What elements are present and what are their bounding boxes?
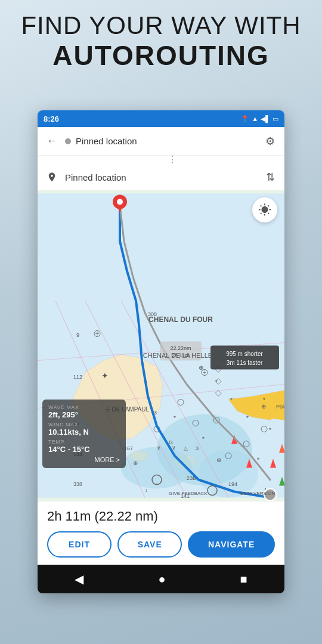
back-button[interactable]: ← bbox=[44, 133, 60, 150]
vertical-dots-icon: ⋮ bbox=[168, 155, 176, 165]
status-bar: 8:26 📍 ▲ ◀▌ ▭ bbox=[38, 110, 284, 127]
svg-text:*: * bbox=[174, 415, 176, 422]
temp-label: TEMP bbox=[48, 439, 120, 445]
route-dots-divider: ⋮ bbox=[38, 156, 284, 164]
svg-text:BETA VERSION: BETA VERSION bbox=[240, 491, 275, 496]
battery-status-icon: ▭ bbox=[273, 115, 278, 123]
android-home-button[interactable]: ● bbox=[158, 572, 165, 586]
signal-status-icon: ◀▌ bbox=[261, 115, 270, 123]
weather-panel: WAVE MAX 2ft, 295° WIND MAX 10.11kts, N … bbox=[42, 400, 126, 468]
swap-button[interactable]: ⇅ bbox=[262, 169, 278, 185]
svg-text:⊕: ⊕ bbox=[261, 403, 266, 410]
svg-text:Pointe de Corse: Pointe de Corse bbox=[276, 404, 284, 410]
phone-frame: 8:26 📍 ▲ ◀▌ ▭ ← Pinned location ⚙ ⋮ bbox=[38, 110, 284, 593]
origin-search-text[interactable]: Pinned location bbox=[76, 136, 262, 146]
nav-bar: ← Pinned location ⚙ ⋮ Pinned location ⇅ bbox=[38, 127, 284, 190]
back-icon: ← bbox=[47, 135, 57, 147]
navigate-button[interactable]: NAVIGATE bbox=[188, 531, 275, 558]
svg-text:*: * bbox=[230, 397, 233, 404]
svg-rect-68 bbox=[210, 346, 279, 370]
save-button[interactable]: SAVE bbox=[117, 531, 182, 558]
distance-text: 2h 11m (22.22 nm) bbox=[47, 509, 275, 524]
svg-text:CHENAL DE LA HELLE: CHENAL DE LA HELLE bbox=[143, 352, 212, 359]
status-icons: 📍 ▲ ◀▌ ▭ bbox=[241, 115, 278, 123]
origin-dot-icon bbox=[65, 138, 71, 144]
wifi-status-icon: ▲ bbox=[252, 115, 258, 122]
svg-text:⊕: ⊕ bbox=[216, 457, 221, 463]
map-area[interactable]: 9 308 112 52 144 338 167 3 G 230 141 194… bbox=[38, 190, 284, 501]
settings-icon: ⚙ bbox=[265, 135, 275, 148]
svg-text:↕: ↕ bbox=[145, 487, 148, 493]
android-back-button[interactable]: ◀ bbox=[75, 572, 83, 586]
wind-button[interactable] bbox=[252, 197, 277, 222]
svg-text:G: G bbox=[169, 439, 173, 445]
wave-value: 2ft, 295° bbox=[48, 410, 120, 419]
wind-value: 10.11kts, N bbox=[48, 428, 120, 436]
svg-text:⊻: ⊻ bbox=[157, 445, 161, 451]
settings-button[interactable]: ⚙ bbox=[262, 133, 278, 150]
svg-text:995 m shorter: 995 m shorter bbox=[226, 351, 263, 357]
swap-icon: ⇅ bbox=[266, 171, 275, 184]
search-row-origin: ← Pinned location ⚙ bbox=[38, 127, 284, 156]
svg-text:3m 11s faster: 3m 11s faster bbox=[227, 360, 263, 366]
action-buttons: EDIT SAVE NAVIGATE bbox=[47, 531, 275, 558]
temp-value: 14°C - 15°C bbox=[48, 445, 120, 454]
android-recent-button[interactable]: ■ bbox=[240, 572, 247, 586]
svg-text:22.22nm: 22.22nm bbox=[170, 345, 191, 351]
wave-label: WAVE MAX bbox=[48, 404, 120, 410]
hero-section: FIND YOUR WAY WITH AUTOROUTING bbox=[0, 12, 322, 72]
svg-text:⊕: ⊕ bbox=[199, 364, 203, 371]
more-link[interactable]: MORE > bbox=[48, 456, 120, 463]
svg-text:✦: ✦ bbox=[101, 371, 109, 380]
svg-text:*: * bbox=[257, 457, 259, 463]
svg-text:⊕: ⊕ bbox=[133, 460, 138, 466]
svg-text:CHENAL DU FOUR: CHENAL DU FOUR bbox=[148, 315, 213, 324]
svg-point-7 bbox=[121, 447, 193, 489]
svg-text:*: * bbox=[246, 415, 249, 422]
edit-button[interactable]: EDIT bbox=[47, 531, 112, 558]
svg-point-66 bbox=[117, 199, 123, 205]
hero-line1: FIND YOUR WAY WITH bbox=[0, 12, 322, 39]
bottom-panel: 2h 11m (22.22 nm) EDIT SAVE NAVIGATE bbox=[38, 501, 284, 565]
hero-line2: AUTOROUTING bbox=[0, 39, 322, 72]
svg-text:338: 338 bbox=[73, 481, 82, 487]
search-row-destination: Pinned location ⇅ bbox=[38, 164, 284, 190]
svg-text:3: 3 bbox=[196, 445, 199, 451]
svg-text:⊻: ⊻ bbox=[172, 445, 176, 451]
svg-text:GIVE FEEDBACK: GIVE FEEDBACK bbox=[169, 491, 208, 496]
status-time: 8:26 bbox=[44, 114, 59, 123]
destination-search-text[interactable]: Pinned location bbox=[65, 172, 262, 182]
svg-text:*: * bbox=[269, 427, 271, 434]
svg-text:9: 9 bbox=[76, 332, 79, 338]
destination-location-icon bbox=[44, 169, 60, 185]
svg-text:112: 112 bbox=[73, 374, 82, 380]
wind-label: WIND MAX bbox=[48, 422, 120, 428]
svg-text:194: 194 bbox=[228, 481, 237, 487]
android-nav-bar: ◀ ● ■ bbox=[38, 565, 284, 593]
location-status-icon: 📍 bbox=[241, 115, 249, 123]
svg-text:*: * bbox=[202, 436, 205, 442]
svg-text:△: △ bbox=[184, 445, 188, 451]
